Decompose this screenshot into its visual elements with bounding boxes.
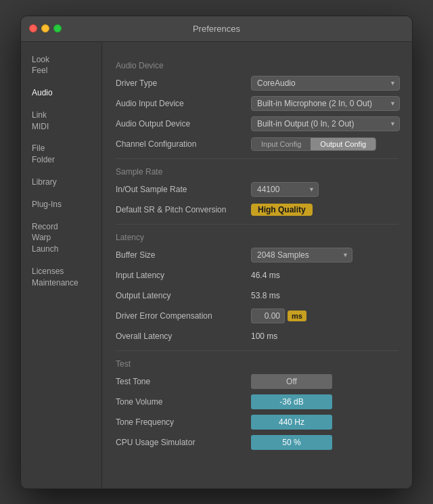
inout-sample-rate-row: In/Out Sample Rate 44100 bbox=[116, 182, 398, 197]
divider-2 bbox=[116, 224, 398, 225]
tone-volume-value: -36 dB bbox=[279, 397, 303, 407]
input-latency-label: Input Latency bbox=[116, 271, 251, 280]
cpu-usage-value: 50 % bbox=[282, 438, 300, 447]
minimize-button[interactable] bbox=[41, 24, 49, 32]
output-latency-label: Output Latency bbox=[116, 291, 251, 300]
audio-input-select[interactable]: Built-in Microphone (2 In, 0 Out) bbox=[251, 96, 400, 111]
driver-error-input-group: ms bbox=[251, 308, 306, 323]
high-quality-badge[interactable]: High Quality bbox=[251, 204, 313, 216]
traffic-lights bbox=[29, 24, 62, 32]
tone-freq-row: Tone Frequency 440 Hz bbox=[116, 415, 398, 430]
buffer-size-select-wrapper: 2048 Samples bbox=[251, 248, 352, 262]
latency-header: Latency bbox=[116, 233, 398, 242]
test-tone-value: Off bbox=[286, 377, 297, 386]
output-latency-row: Output Latency 53.8 ms bbox=[116, 288, 398, 303]
driver-error-input[interactable] bbox=[251, 308, 285, 323]
inout-sample-rate-label: In/Out Sample Rate bbox=[116, 185, 251, 194]
tone-volume-row: Tone Volume -36 dB bbox=[116, 394, 398, 409]
test-tone-label: Test Tone bbox=[116, 377, 251, 386]
overall-latency-value: 100 ms bbox=[251, 331, 277, 341]
sample-rate-header: Sample Rate bbox=[116, 167, 398, 177]
audio-output-select-wrapper: Built-in Output (0 In, 2 Out) bbox=[251, 116, 400, 131]
sidebar-item-licenses[interactable]: LicensesMaintenance bbox=[21, 260, 101, 294]
driver-type-select[interactable]: CoreAudio bbox=[251, 76, 400, 91]
driver-type-row: Driver Type CoreAudio bbox=[116, 76, 398, 91]
audio-input-row: Audio Input Device Built-in Microphone (… bbox=[116, 96, 398, 111]
sidebar-item-record[interactable]: RecordWarpLaunch bbox=[21, 216, 101, 260]
sidebar-item-link-midi[interactable]: LinkMIDI bbox=[21, 104, 101, 138]
output-config-button[interactable]: Output Config bbox=[311, 138, 375, 150]
divider-3 bbox=[116, 350, 398, 351]
default-sr-row: Default SR & Pitch Conversion High Quali… bbox=[116, 202, 398, 217]
input-config-button[interactable]: Input Config bbox=[252, 138, 311, 150]
overall-latency-label: Overall Latency bbox=[116, 331, 251, 341]
driver-error-row: Driver Error Compensation ms bbox=[116, 308, 398, 323]
cpu-usage-slider[interactable]: 50 % bbox=[251, 435, 332, 450]
test-tone-row: Test Tone Off bbox=[116, 374, 398, 389]
audio-device-header: Audio Device bbox=[116, 61, 398, 70]
output-latency-value: 53.8 ms bbox=[251, 291, 280, 300]
sidebar-item-library[interactable]: Library bbox=[21, 171, 101, 193]
audio-output-row: Audio Output Device Built-in Output (0 I… bbox=[116, 116, 398, 131]
channel-config-label: Channel Configuration bbox=[116, 139, 251, 149]
driver-error-unit: ms bbox=[288, 311, 306, 321]
test-tone-toggle[interactable]: Off bbox=[251, 374, 332, 389]
sidebar: LookFeel Audio LinkMIDI FileFolder Libra… bbox=[21, 42, 102, 488]
cpu-usage-row: CPU Usage Simulator 50 % bbox=[116, 435, 398, 450]
titlebar: Preferences bbox=[21, 16, 412, 42]
driver-type-select-wrapper: CoreAudio bbox=[251, 76, 400, 91]
driver-error-label: Driver Error Compensation bbox=[116, 311, 251, 321]
window-content: LookFeel Audio LinkMIDI FileFolder Libra… bbox=[21, 42, 412, 488]
buffer-size-select[interactable]: 2048 Samples bbox=[251, 248, 352, 262]
default-sr-label: Default SR & Pitch Conversion bbox=[116, 205, 251, 214]
sidebar-item-look[interactable]: LookFeel bbox=[21, 49, 101, 83]
maximize-button[interactable] bbox=[53, 24, 62, 32]
window-title: Preferences bbox=[193, 24, 240, 34]
sidebar-item-audio[interactable]: Audio bbox=[21, 82, 101, 104]
test-header: Test bbox=[116, 359, 398, 369]
sidebar-item-file[interactable]: FileFolder bbox=[21, 137, 101, 171]
inout-sample-rate-select-wrapper: 44100 bbox=[251, 182, 319, 197]
audio-output-label: Audio Output Device bbox=[116, 119, 251, 129]
overall-latency-row: Overall Latency 100 ms bbox=[116, 329, 398, 344]
buffer-size-label: Buffer Size bbox=[116, 250, 251, 260]
tone-freq-value: 440 Hz bbox=[279, 417, 304, 427]
channel-config-toggle: Input Config Output Config bbox=[251, 137, 376, 151]
close-button[interactable] bbox=[29, 24, 37, 32]
tone-freq-label: Tone Frequency bbox=[116, 417, 251, 427]
driver-type-label: Driver Type bbox=[116, 78, 251, 88]
tone-volume-label: Tone Volume bbox=[116, 397, 251, 407]
buffer-size-row: Buffer Size 2048 Samples bbox=[116, 248, 398, 262]
cpu-usage-label: CPU Usage Simulator bbox=[116, 438, 251, 447]
inout-sample-rate-select[interactable]: 44100 bbox=[251, 182, 319, 197]
sidebar-item-plugins[interactable]: Plug-Ins bbox=[21, 193, 101, 216]
tone-freq-slider[interactable]: 440 Hz bbox=[251, 415, 332, 430]
audio-input-label: Audio Input Device bbox=[116, 99, 251, 108]
preferences-window: Preferences LookFeel Audio LinkMIDI File… bbox=[20, 16, 413, 489]
divider-1 bbox=[116, 158, 398, 159]
input-latency-row: Input Latency 46.4 ms bbox=[116, 268, 398, 283]
audio-input-select-wrapper: Built-in Microphone (2 In, 0 Out) bbox=[251, 96, 400, 111]
audio-output-select[interactable]: Built-in Output (0 In, 2 Out) bbox=[251, 116, 400, 131]
channel-config-row: Channel Configuration Input Config Outpu… bbox=[116, 137, 398, 152]
tone-volume-slider[interactable]: -36 dB bbox=[251, 394, 332, 409]
input-latency-value: 46.4 ms bbox=[251, 271, 280, 280]
main-content: Audio Device Driver Type CoreAudio Audio… bbox=[102, 42, 412, 488]
